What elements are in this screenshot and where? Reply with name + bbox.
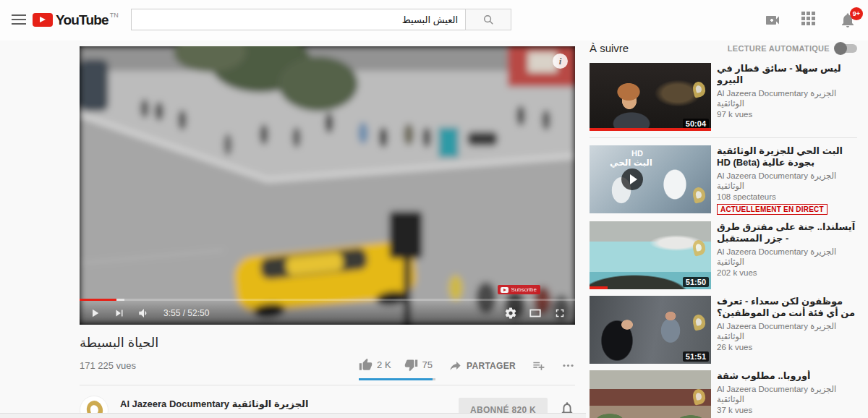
apps-button[interactable] [801, 12, 819, 29]
player-controls: 3:55 / 52:50 [80, 301, 575, 325]
videocam-plus-icon [764, 12, 781, 29]
theater-mode-button[interactable] [529, 307, 542, 320]
video-thumbnail[interactable]: HD البث الحي [590, 145, 711, 213]
upload-video-button[interactable] [764, 12, 781, 29]
brand-region: TN [110, 12, 119, 19]
related-video-channel: Al Jazeera Documentary الجزيرة الوثائقية [717, 247, 857, 267]
toggle-knob [834, 42, 847, 55]
add-to-playlist-button[interactable] [532, 359, 545, 372]
play-icon [88, 307, 101, 320]
thumbs-up-icon [359, 358, 373, 372]
related-video-title[interactable]: موظفون لكن سعداء - تعرف من أي فئة أنت من… [717, 296, 857, 319]
next-button[interactable] [113, 307, 126, 320]
search-button[interactable] [465, 9, 511, 30]
video-thumbnail[interactable]: 30:41 [590, 370, 711, 418]
related-video-channel: Al Jazeera Documentary الجزيرة الوثائقية [717, 384, 857, 404]
like-ratio-bar [359, 378, 435, 380]
related-video-title[interactable]: آيسلندا.. جنة على مفترق طرق - جزر المستق… [717, 221, 857, 244]
top-header: YouTube TN 9+ [0, 0, 868, 40]
live-badge: ACTUELLEMENT EN DIRECT [717, 204, 827, 215]
playlist-add-icon [532, 359, 545, 372]
share-icon [448, 359, 462, 372]
divider [590, 137, 857, 138]
duration-badge: 51:50 [683, 277, 709, 287]
up-next-heading: À suivre [590, 42, 629, 54]
video-details: الحياة البسيطة 171 225 vues 2 K 75 [80, 325, 575, 418]
duration-badge: 51:51 [683, 351, 709, 362]
header-actions: 9+ [764, 0, 856, 40]
video-meta-row: 171 225 vues 2 K 75 [80, 358, 575, 373]
like-count: 2 K [377, 359, 391, 370]
related-sidebar: À suivre LECTURE AUTOMATIQUE 50:04 ليس س… [590, 42, 857, 418]
video-player[interactable]: i Subscribe 3:55 / 52:50 [80, 46, 575, 325]
next-icon [113, 307, 126, 320]
volume-icon [137, 307, 150, 320]
menu-icon[interactable] [12, 14, 26, 25]
video-thumbnail[interactable]: 50:04 [590, 63, 711, 131]
al-jazeera-watermark-icon [692, 388, 707, 405]
time-display: 3:55 / 52:50 [163, 308, 209, 318]
rating-group: 2 K 75 [359, 358, 433, 373]
notification-badge: 9+ [850, 7, 863, 20]
like-ratio-fill [359, 378, 433, 380]
share-label: PARTAGER [467, 361, 516, 371]
thumbs-down-icon [404, 358, 418, 372]
live-caption-overlay: البث الحي [610, 158, 652, 168]
share-button[interactable]: PARTAGER [448, 359, 516, 372]
related-video-views: 37 k vues [717, 406, 857, 414]
hd-overlay-label: HD [631, 149, 643, 158]
youtube-play-icon [33, 13, 53, 27]
play-button[interactable] [88, 307, 101, 320]
notifications-button[interactable]: 9+ [839, 12, 856, 29]
like-button[interactable]: 2 K [359, 358, 391, 372]
divider [80, 385, 575, 385]
youtube-play-icon [501, 287, 509, 293]
watermark-label: Subscribe [511, 286, 537, 293]
related-video-item[interactable]: 51:50 آيسلندا.. جنة على مفترق طرق - جزر … [590, 221, 857, 289]
youtube-logo[interactable]: YouTube TN [33, 10, 119, 28]
related-video-channel: Al Jazeera Documentary الجزيرة الوثائقية [717, 88, 857, 108]
video-frame [80, 46, 575, 325]
related-video-views: 202 k vues [717, 268, 857, 277]
related-video-item[interactable]: 51:51 موظفون لكن سعداء - تعرف من أي فئة … [590, 296, 857, 364]
related-video-viewers: 108 spectateurs [717, 192, 857, 201]
gear-icon [504, 307, 517, 320]
more-actions-button[interactable] [561, 359, 575, 372]
fullscreen-button[interactable] [553, 307, 566, 320]
autoplay-control: LECTURE AUTOMATIQUE [728, 44, 857, 53]
video-thumbnail[interactable]: 51:50 [590, 221, 711, 289]
related-video-item[interactable]: HD البث الحي البث الحي للجزيرة الوثائقية… [590, 145, 857, 215]
search-input[interactable] [131, 9, 465, 30]
related-video-title[interactable]: البث الحي للجزيرة الوثائقية بجودة عالية … [717, 145, 857, 169]
brand-text: YouTube [56, 12, 109, 28]
related-video-title[interactable]: أوروبا.. مطلوب شقة [717, 370, 857, 382]
play-overlay-icon [621, 169, 643, 190]
subscribe-watermark[interactable]: Subscribe [498, 285, 540, 294]
volume-button[interactable] [137, 307, 150, 320]
autoplay-toggle[interactable] [835, 44, 857, 53]
watched-progress-bar [590, 128, 711, 131]
autoplay-label: LECTURE AUTOMATIQUE [728, 44, 830, 53]
related-video-item[interactable]: 30:41 أوروبا.. مطلوب شقة Al Jazeera Docu… [590, 370, 857, 418]
related-video-channel: Al Jazeera Documentary الجزيرة الوثائقية [717, 321, 857, 341]
search-icon [482, 14, 495, 26]
dislike-button[interactable]: 75 [404, 358, 433, 372]
settings-button[interactable] [504, 307, 517, 320]
video-actions: 2 K 75 PARTAGER [359, 358, 575, 373]
al-jazeera-watermark-icon [692, 80, 707, 98]
al-jazeera-watermark-icon [692, 186, 707, 203]
video-info-icon[interactable]: i [553, 54, 568, 69]
al-jazeera-watermark-icon [692, 239, 707, 256]
theater-icon [529, 307, 542, 320]
dislike-count: 75 [422, 359, 433, 370]
video-title: الحياة البسيطة [80, 335, 575, 351]
fullscreen-icon [553, 307, 566, 320]
related-video-channel: Al Jazeera Documentary الجزيرة الوثائقية [717, 171, 857, 191]
related-video-title[interactable]: ليس سهلا - سائق قطار في البيرو [717, 63, 857, 86]
video-thumbnail[interactable]: 51:51 [590, 296, 711, 364]
search-bar [131, 9, 511, 30]
related-video-item[interactable]: 50:04 ليس سهلا - سائق قطار في البيرو Al … [590, 63, 857, 131]
channel-name[interactable]: Al Jazeera Documentary الجزيرة الوثائقية [120, 398, 308, 409]
view-count: 171 225 vues [80, 360, 136, 371]
page-bottom-strip [0, 413, 586, 418]
